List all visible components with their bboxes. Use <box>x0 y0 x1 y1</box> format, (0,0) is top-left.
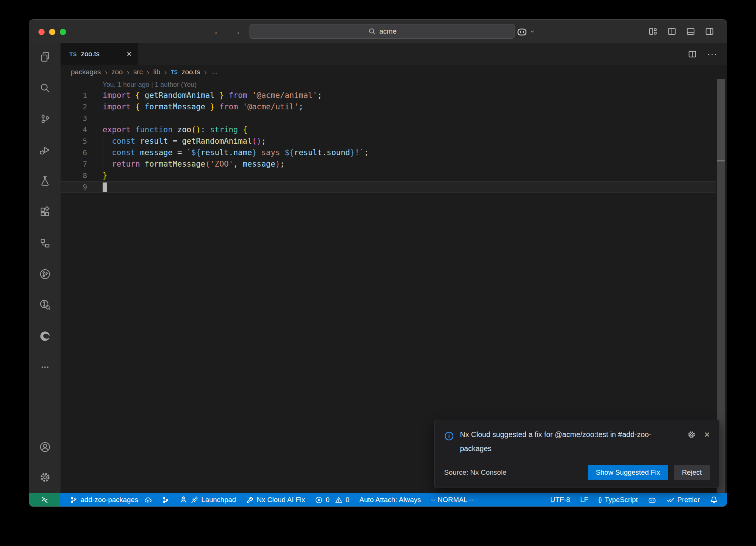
notification-footer: Source: Nx Console Show Suggested Fix Re… <box>444 465 710 480</box>
rocket-icon <box>179 496 188 504</box>
plug-icon <box>190 496 198 504</box>
customize-layout-icon[interactable] <box>647 25 659 38</box>
formatter-item[interactable]: Prettier <box>666 496 700 504</box>
project-graph-icon[interactable] <box>39 237 51 249</box>
code-text <box>87 181 103 193</box>
code-text: import { formatMessage } from '@acme/uti… <box>87 101 303 113</box>
code-line: 4 export function zoo(): string { <box>61 124 727 136</box>
gitlens-blame-annotation: You, 1 hour ago | 1 author (You) <box>61 79 727 90</box>
explorer-icon[interactable] <box>39 51 51 63</box>
line-number: 6 <box>61 147 87 158</box>
info-icon <box>444 431 454 441</box>
vim-mode-item[interactable]: -- NORMAL -- <box>431 496 474 504</box>
language-mode-item[interactable]: {} TypeScript <box>598 496 638 504</box>
window-controls <box>38 29 66 35</box>
notification-settings-gear-icon[interactable] <box>687 430 696 439</box>
launchpad-item[interactable]: Launchpad <box>179 496 236 504</box>
eol-item[interactable]: LF <box>580 496 588 504</box>
tab-label: zoo.ts <box>81 50 100 58</box>
code-line: 8 } <box>61 170 727 181</box>
nx-cloud-fix-item[interactable]: Nx Cloud AI Fix <box>246 496 305 504</box>
command-center-search[interactable]: acme <box>250 24 515 39</box>
title-bar: ← → acme <box>29 20 727 43</box>
vim-mode-label: -- NORMAL -- <box>431 496 474 504</box>
chevron-right-icon: › <box>164 68 167 76</box>
toggle-primary-sidebar-icon[interactable] <box>666 25 678 38</box>
source-control-icon[interactable] <box>39 113 51 125</box>
more-actions-icon[interactable]: ··· <box>707 49 717 59</box>
remote-indicator[interactable] <box>29 493 60 506</box>
cloud-upload-icon <box>144 496 152 504</box>
nx-cloud-fix-label: Nx Cloud AI Fix <box>257 496 305 504</box>
chevron-right-icon: › <box>127 68 130 76</box>
split-editor-icon[interactable] <box>686 48 698 60</box>
tab-zoo-ts[interactable]: TS zoo.ts × <box>61 43 138 65</box>
close-window-button[interactable] <box>38 29 45 35</box>
notification-message-line2: packages <box>460 441 681 455</box>
forward-button[interactable]: → <box>231 26 241 37</box>
breadcrumb-item[interactable]: packages <box>71 68 101 76</box>
gitlens-icon[interactable] <box>39 299 51 311</box>
line-number: 3 <box>61 113 87 124</box>
minimize-window-button[interactable] <box>49 29 55 35</box>
error-icon <box>315 496 323 504</box>
tab-close-icon[interactable]: × <box>127 50 132 58</box>
notifications-item[interactable] <box>710 496 718 504</box>
vim-block-cursor <box>103 182 107 192</box>
line-number: 8 <box>61 170 87 181</box>
line-number: 4 <box>61 124 87 136</box>
breadcrumb-item[interactable]: src <box>133 68 142 76</box>
toggle-secondary-sidebar-icon[interactable] <box>703 25 716 38</box>
chevron-right-icon: › <box>105 68 107 76</box>
edge-browser-icon[interactable] <box>39 330 51 342</box>
nx-console-icon[interactable] <box>39 268 51 280</box>
breadcrumb: packages › zoo › src › lib › TS zoo.ts ›… <box>61 65 727 79</box>
status-bar-left: add-zoo-packages <box>60 496 474 504</box>
zoom-window-button[interactable] <box>60 29 66 35</box>
copilot-menu-button[interactable] <box>516 20 535 43</box>
search-view-icon[interactable] <box>39 82 51 94</box>
notification-toolbar: × <box>687 430 710 439</box>
git-branch-icon <box>70 496 78 504</box>
notification-header: Nx Cloud suggested a fix for @acme/zoo:t… <box>444 429 710 455</box>
extensions-icon[interactable] <box>39 206 51 218</box>
breadcrumb-file[interactable]: zoo.ts <box>182 68 200 76</box>
code-text: const result = getRandomAnimal(); <box>87 136 266 147</box>
line-number: 7 <box>61 158 87 170</box>
launchpad-label: Launchpad <box>201 496 236 504</box>
notification-source: Source: Nx Console <box>444 468 506 477</box>
breadcrumb-item[interactable]: zoo <box>111 68 123 76</box>
vscode-window: ← → acme <box>29 19 727 507</box>
activity-bar <box>29 43 61 493</box>
code-text: import { getRandomAnimal } from '@acme/a… <box>87 90 322 101</box>
encoding-item[interactable]: UTF-8 <box>550 496 570 504</box>
git-graph-item[interactable] <box>162 496 169 504</box>
problems-item[interactable]: 0 0 <box>315 496 349 504</box>
error-count: 0 <box>326 496 330 504</box>
testing-icon[interactable] <box>39 175 51 187</box>
auto-attach-item[interactable]: Auto Attach: Always <box>359 496 421 504</box>
breadcrumb-item[interactable]: lib <box>153 68 160 76</box>
breadcrumb-overflow[interactable]: … <box>211 68 218 76</box>
reject-button[interactable]: Reject <box>674 465 710 480</box>
code-text: export function zoo(): string { <box>87 124 247 136</box>
search-icon <box>368 27 376 35</box>
toggle-panel-icon[interactable] <box>684 25 697 38</box>
more-views-icon[interactable] <box>39 361 51 373</box>
eol-label: LF <box>580 496 588 504</box>
back-button[interactable]: ← <box>213 26 223 37</box>
notification-toast: Nx Cloud suggested a fix for @acme/zoo:t… <box>434 420 720 488</box>
account-icon[interactable] <box>39 441 51 453</box>
copilot-status-item[interactable] <box>648 496 656 504</box>
double-check-icon <box>666 496 674 504</box>
code-line: 3 <box>61 113 727 124</box>
show-suggested-fix-button[interactable]: Show Suggested Fix <box>588 465 668 480</box>
settings-gear-icon[interactable] <box>39 471 51 484</box>
notification-message-line1: Nx Cloud suggested a fix for @acme/zoo:t… <box>460 427 681 441</box>
run-debug-icon[interactable] <box>39 144 51 156</box>
line-number: 5 <box>61 136 87 147</box>
notification-close-icon[interactable]: × <box>704 430 710 439</box>
git-branch-item[interactable]: add-zoo-packages <box>70 496 152 504</box>
branch-name: add-zoo-packages <box>80 496 138 504</box>
encoding-label: UTF-8 <box>550 496 570 504</box>
